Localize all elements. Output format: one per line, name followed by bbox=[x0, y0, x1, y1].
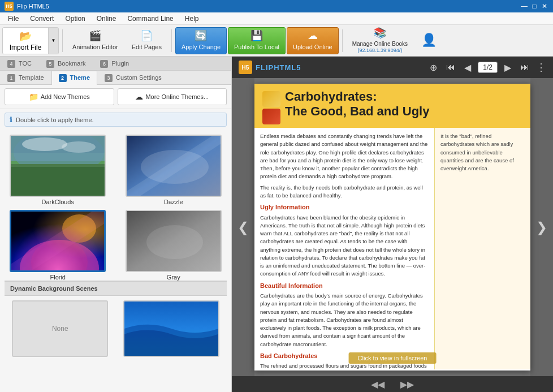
import-file-button[interactable]: 📂 Import File bbox=[3, 28, 48, 54]
animation-editor-button[interactable]: 🎬 Animation Editor bbox=[66, 27, 124, 54]
svg-point-8 bbox=[62, 141, 96, 153]
dynamic-section-header: Dynamic Background Scenes bbox=[5, 281, 227, 296]
profile-icon: 👤 bbox=[421, 33, 437, 48]
right-panel: H5 FLIPHTML5 ⊕ ⏮ ◀ 1/2 ▶ ⏭ ⋮ ❮ bbox=[232, 57, 553, 392]
import-icon: 📂 bbox=[19, 30, 32, 42]
svg-point-15 bbox=[62, 214, 96, 243]
tab-template[interactable]: 1 Template bbox=[0, 71, 51, 85]
publish-icon: 💾 bbox=[250, 30, 263, 42]
bottom-prev-button[interactable]: ◀◀ bbox=[368, 378, 388, 391]
page-content: Carbohydrates: The Good, Bad and Ugly En… bbox=[254, 84, 530, 371]
animation-editor-icon: 🎬 bbox=[89, 30, 101, 42]
manage-books-icon: 📚 bbox=[374, 27, 386, 40]
beautiful-text: Carbohydrates are the body's main source… bbox=[260, 292, 429, 348]
page-title-area: Carbohydrates: The Good, Bad and Ugly bbox=[285, 89, 429, 119]
divider-1 bbox=[62, 29, 63, 52]
cloud-icon: ☁ bbox=[135, 92, 143, 101]
preview-logo-icon: H5 bbox=[239, 61, 252, 74]
more-options-button[interactable]: ⋮ bbox=[536, 61, 546, 74]
page-right-column: It is the "bad", refined carbohydrates w… bbox=[434, 128, 530, 369]
theme-grid[interactable]: DarkClouds bbox=[0, 130, 231, 392]
theme-name-darkclouds: DarkClouds bbox=[42, 199, 74, 205]
page-intro: Endless media debates and constantly cha… bbox=[260, 132, 429, 181]
menu-online[interactable]: Online bbox=[91, 14, 122, 24]
upload-icon: ☁ bbox=[308, 30, 318, 42]
prev-page-button[interactable]: ◀ bbox=[462, 60, 473, 75]
fullscreen-hint[interactable]: Click to view in fullscreen bbox=[349, 352, 437, 364]
ugly-title: Ugly Information bbox=[260, 203, 429, 212]
theme-thumb-florid bbox=[10, 210, 106, 272]
dynamic-section: Dynamic Background Scenes None bbox=[5, 281, 227, 361]
tab-toc[interactable]: 4 TOC bbox=[0, 57, 39, 71]
app-title: Flip HTML5 bbox=[17, 3, 520, 10]
tab-row-bottom: 1 Template 2 Theme 3 Custom Settings bbox=[0, 71, 231, 85]
svg-rect-12 bbox=[11, 212, 106, 272]
edit-pages-button[interactable]: 📄 Edit Pages bbox=[126, 27, 168, 54]
maximize-button[interactable]: □ bbox=[530, 2, 538, 10]
theme-panel: 📁 Add New Themes ☁ More Online Themes...… bbox=[0, 85, 231, 392]
menu-file[interactable]: File bbox=[2, 14, 24, 24]
menu-help[interactable]: Help bbox=[179, 14, 205, 24]
menu-option[interactable]: Option bbox=[59, 14, 90, 24]
theme-item-dazzle[interactable]: Dazzle bbox=[120, 135, 227, 205]
header-image-1 bbox=[262, 91, 280, 107]
import-file-group: 📂 Import File ▼ bbox=[2, 27, 59, 54]
minimize-button[interactable]: — bbox=[520, 2, 528, 10]
prev-page-nav[interactable]: ❮ bbox=[232, 78, 254, 376]
svg-line-16 bbox=[11, 212, 106, 272]
theme-thumb-gray bbox=[126, 210, 222, 272]
book-area: ❮ Carbohydrates: The Good, Bad and Ugly bbox=[232, 78, 553, 376]
menu-command-line[interactable]: Command Line bbox=[122, 14, 179, 24]
first-page-button[interactable]: ⏮ bbox=[444, 60, 457, 75]
menu-convert[interactable]: Convert bbox=[24, 14, 59, 24]
dynamic-thumb-bluewater bbox=[123, 300, 219, 357]
tab-custom-settings[interactable]: 3 Custom Settings bbox=[97, 71, 169, 85]
add-new-themes-button[interactable]: 📁 Add New Themes bbox=[5, 88, 114, 105]
tab-bookmark[interactable]: 5 Bookmark bbox=[39, 57, 93, 71]
profile-button[interactable]: 👤 bbox=[415, 27, 443, 54]
info-bar: ℹ Double click to apply theme. bbox=[5, 113, 227, 127]
upload-online-button[interactable]: ☁ Upload Online bbox=[287, 27, 339, 54]
title-bar: H5 Flip HTML5 — □ ✕ bbox=[0, 0, 553, 12]
apply-change-icon: 🔄 bbox=[195, 30, 207, 42]
apply-change-button[interactable]: 🔄 Apply Change bbox=[175, 27, 227, 54]
bottom-next-button[interactable]: ▶▶ bbox=[397, 378, 417, 391]
sidebox-text: It is the "bad", refined carbohydrates w… bbox=[440, 132, 525, 173]
next-page-nav[interactable]: ❯ bbox=[530, 78, 553, 376]
last-page-button[interactable]: ⏭ bbox=[518, 60, 532, 75]
dynamic-item-bluewater[interactable] bbox=[120, 300, 223, 357]
import-dropdown-arrow[interactable]: ▼ bbox=[48, 27, 58, 54]
window-controls: — □ ✕ bbox=[520, 2, 548, 10]
theme-thumb-dazzle bbox=[126, 135, 222, 197]
theme-name-florid: Florid bbox=[50, 274, 66, 281]
app-icon: H5 bbox=[5, 2, 14, 11]
page-title-line2: The Good, Bad and Ugly bbox=[285, 104, 429, 119]
dynamic-body: None bbox=[5, 296, 227, 361]
theme-name-dazzle: Dazzle bbox=[164, 199, 183, 205]
page-title-line1: Carbohydrates: bbox=[285, 89, 429, 104]
divider-3 bbox=[342, 29, 343, 52]
page-indicator[interactable]: 1/2 bbox=[478, 62, 498, 73]
next-page-button[interactable]: ▶ bbox=[502, 60, 513, 75]
sub-tab-row: 📁 Add New Themes ☁ More Online Themes... bbox=[0, 85, 231, 109]
theme-item-florid[interactable]: Florid bbox=[5, 210, 111, 281]
tab-plugin[interactable]: 6 Plugin bbox=[93, 57, 136, 71]
tab-theme[interactable]: 2 Theme bbox=[51, 71, 98, 85]
menu-bar: File Convert Option Online Command Line … bbox=[0, 12, 553, 25]
header-image-2 bbox=[262, 109, 280, 124]
page-header: Carbohydrates: The Good, Bad and Ugly bbox=[254, 84, 530, 128]
publish-to-local-button[interactable]: 💾 Publish To Local bbox=[228, 27, 286, 54]
close-button[interactable]: ✕ bbox=[541, 2, 548, 10]
manage-online-books-button[interactable]: 📚 Manage Online Books (92.168.1.39:9094/… bbox=[346, 27, 414, 54]
tab-row-top: 4 TOC 5 Bookmark 6 Plugin bbox=[0, 57, 231, 71]
page-body1: The reality is, the body needs both carb… bbox=[260, 184, 429, 200]
svg-point-18 bbox=[146, 225, 203, 259]
zoom-button[interactable]: ⊕ bbox=[427, 60, 439, 75]
left-panel: 4 TOC 5 Bookmark 6 Plugin 1 Template 2 T… bbox=[0, 57, 232, 392]
theme-item-darkclouds[interactable]: DarkClouds bbox=[5, 135, 111, 205]
dynamic-item-none[interactable]: None bbox=[9, 300, 111, 357]
theme-item-gray[interactable]: Gray bbox=[120, 210, 227, 281]
more-online-themes-button[interactable]: ☁ More Online Themes... bbox=[118, 88, 227, 105]
dynamic-thumb-none: None bbox=[12, 300, 108, 357]
preview-logo-text: FLIPHTML5 bbox=[256, 63, 301, 72]
